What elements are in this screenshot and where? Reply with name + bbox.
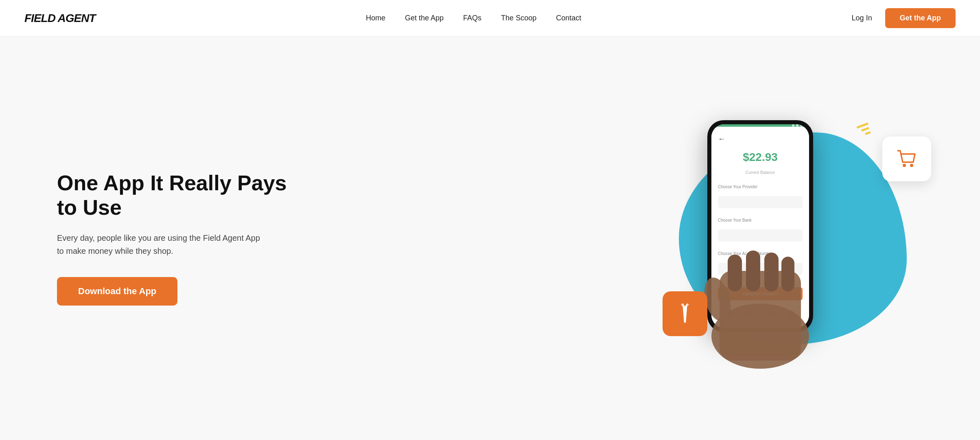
hero-content: One App It Really Pays to Use Every day,… [57, 171, 301, 306]
download-app-button[interactable]: Download the App [57, 277, 177, 306]
nav-item-get-app[interactable]: Get the App [405, 14, 444, 22]
nav-link-get-app[interactable]: Get the App [405, 14, 444, 22]
nav-link-home[interactable]: Home [366, 14, 385, 22]
svg-rect-3 [728, 255, 742, 291]
floating-cart-icon-card [882, 136, 931, 181]
nav-item-home[interactable]: Home [366, 14, 385, 22]
nav-item-faqs[interactable]: FAQs [463, 14, 481, 22]
nav-item-scoop[interactable]: The Scoop [501, 14, 536, 22]
cart-icon [895, 147, 919, 171]
nav-item-contact[interactable]: Contact [556, 14, 581, 22]
hero-subtitle: Every day, people like you are using the… [57, 231, 269, 257]
hero-section: One App It Really Pays to Use Every day,… [0, 37, 980, 440]
phone-amount: $22.93 [718, 151, 803, 164]
phone-amount-label: Current Balance [718, 170, 803, 175]
nav-links: Home Get the App FAQs The Scoop Contact [366, 14, 581, 22]
brand-logo-text: FiELD AGENT [24, 12, 96, 24]
phone-back-arrow: ← [718, 135, 803, 143]
hand-holding-phone [687, 198, 833, 369]
phone-field-label-1: Choose Your Provider [718, 185, 803, 189]
svg-rect-4 [746, 251, 760, 291]
nav-right: Log In Get the App [852, 8, 956, 28]
hand-svg [687, 198, 833, 369]
brand-logo[interactable]: FiELD AGENT [24, 13, 96, 24]
sparkle-line-3 [865, 131, 871, 135]
svg-rect-5 [764, 253, 779, 291]
svg-point-8 [910, 164, 913, 167]
navbar: FiELD AGENT Home Get the App FAQs The Sc… [0, 0, 980, 37]
floating-tie-icon-card [663, 291, 707, 336]
svg-point-7 [903, 164, 906, 167]
sparkle-decoration [856, 123, 871, 137]
hero-visual: ← $22.93 Current Balance Choose Your Pro… [654, 112, 939, 365]
svg-rect-6 [781, 257, 794, 291]
tie-icon [675, 301, 695, 326]
nav-get-app-button[interactable]: Get the App [885, 8, 956, 28]
nav-link-faqs[interactable]: FAQs [463, 14, 481, 22]
hero-title: One App It Really Pays to Use [57, 171, 301, 220]
nav-link-contact[interactable]: Contact [556, 14, 581, 22]
login-link[interactable]: Log In [852, 14, 872, 22]
sparkle-line-2 [861, 127, 870, 132]
nav-link-scoop[interactable]: The Scoop [501, 14, 536, 22]
